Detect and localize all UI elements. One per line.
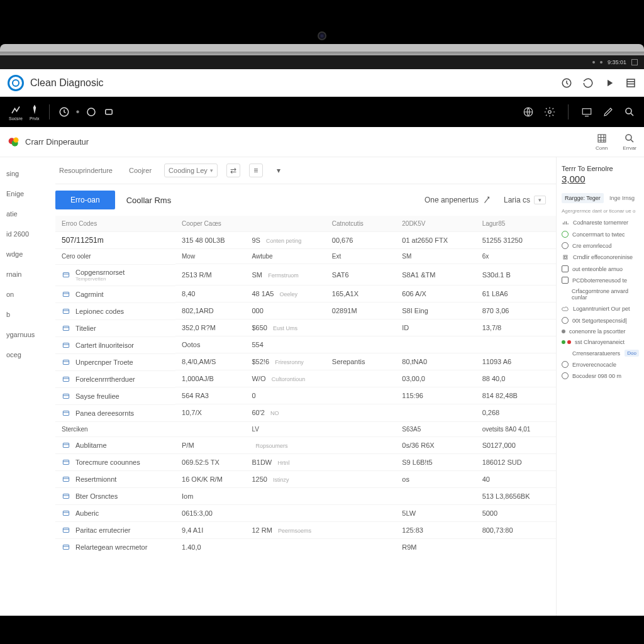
sidebar-item[interactable]: wdge [4, 249, 40, 259]
search-tool[interactable]: Errvar [623, 133, 636, 151]
svg-rect-20 [63, 377, 69, 381]
globe-icon[interactable] [523, 106, 534, 118]
device-icon[interactable] [103, 106, 114, 118]
tab-3[interactable]: Cooding Ley [164, 164, 218, 177]
detail-panel: Terrr To Eernolre 3,000 Rargge: Teger In… [556, 157, 644, 616]
table-row[interactable]: Bter OrsnctesIom513 L3,8656BK [55, 487, 556, 504]
rp-item[interactable]: conenonre la pscortter [562, 328, 639, 335]
sidebar-item[interactable]: on [4, 289, 40, 299]
grid-tool[interactable]: Conn [596, 133, 608, 151]
filter-range[interactable]: Laria cs▾ [504, 196, 546, 204]
svg-rect-30 [564, 255, 567, 259]
rp-item[interactable]: Erroverecnocacle [562, 361, 639, 368]
list-icon[interactable]: ≡ [249, 164, 263, 177]
sidebar-item[interactable]: sing [4, 169, 40, 179]
play-icon[interactable] [604, 77, 615, 89]
rp-item[interactable]: out enteonble arnuo [562, 265, 639, 272]
table-row[interactable]: Resertmionnt16 OK/K R/M1250 Istinzyos40 [55, 470, 556, 487]
tab-1[interactable]: Resouprinderture [55, 164, 116, 177]
table-row[interactable]: Auberic0615:3,005LW5000 [55, 504, 556, 521]
rp-item[interactable]: PCDboterreneusod te [562, 277, 639, 284]
table-row[interactable]: Lepionec codes802,1ARD00002891MS8I Eing8… [55, 303, 556, 319]
col-6[interactable]: Lagur85 [476, 216, 556, 232]
sidebar-item[interactable]: atie [4, 209, 40, 219]
table-row[interactable]: Titelier352,0 R?M$650 Eust UmsID13,7/8 [55, 319, 556, 336]
module-logo-icon [8, 136, 20, 148]
sidebar-item[interactable]: b [4, 309, 40, 319]
search-icon[interactable] [624, 106, 635, 118]
sidebar-item[interactable]: Enige [4, 189, 40, 199]
filter-bar: Erro-oan Coollar Rms One anpenertus Lari… [55, 184, 556, 216]
table-row[interactable]: Sayse freuliee564 RA30115:96814 82,48B [55, 387, 556, 404]
sidebar-item[interactable]: oceg [4, 350, 40, 360]
tb-pin[interactable]: Prvix [29, 104, 40, 121]
svg-rect-27 [63, 511, 69, 516]
tab-2[interactable]: Coojrer [125, 164, 155, 177]
system-status-bar: 9:35:01 [0, 55, 644, 69]
chevron-down-icon[interactable]: ▾ [272, 164, 286, 177]
sync-icon[interactable] [561, 77, 572, 89]
rp-item[interactable]: Concerrmart to twtec [562, 231, 639, 238]
col-3 [245, 216, 325, 232]
rp-item[interactable]: 00t Setgortespecnsid| [562, 317, 639, 324]
svg-rect-31 [565, 257, 567, 258]
table-row[interactable]: Forelcenrrrtherduer1,000AJ/BW/O Cultoron… [55, 370, 556, 387]
pen-icon[interactable] [602, 106, 614, 118]
svg-rect-25 [63, 477, 69, 482]
rp-item[interactable]: Cre erronrlecod [562, 242, 639, 249]
active-filter-chip[interactable]: Erro-oan [55, 191, 115, 209]
svg-rect-26 [63, 494, 69, 499]
table-row[interactable]: Relartegean wrecmetor1.40,0R9M [55, 538, 556, 555]
monitor-icon[interactable] [581, 106, 592, 118]
sub-header-row: Cero oolerMowAwtubeExtSM6x [55, 249, 556, 264]
rp-item[interactable]: Crndlir effeconoreninise [562, 253, 639, 261]
rp-item[interactable]: sst Clnaroyenaneict [562, 339, 639, 345]
svg-rect-29 [63, 545, 69, 550]
col-1[interactable]: Erroo Codes [55, 216, 175, 232]
svg-point-13 [626, 135, 631, 140]
gear-icon[interactable] [544, 106, 555, 118]
swap-icon[interactable]: ⇄ [226, 164, 240, 177]
table-row[interactable]: Cagrmint8,4048 1A5 Oeeley165,A1X606 A/X6… [55, 286, 556, 303]
svg-rect-14 [63, 273, 69, 277]
menu-icon[interactable] [625, 77, 636, 89]
svg-point-8 [626, 108, 631, 114]
svg-rect-17 [63, 326, 69, 330]
svg-rect-12 [598, 135, 606, 142]
table-row[interactable]: AublitarneP/M Ropsoumers0s/36 R6XS0127,0… [55, 436, 556, 453]
rp-item[interactable]: Codnareste tornemrer [562, 219, 639, 226]
table-row[interactable]: Torecmure coounnes069.52:5 TXB1DW HrtnlS… [55, 453, 556, 470]
svg-rect-16 [63, 309, 69, 313]
refresh-icon[interactable] [582, 77, 594, 89]
rp-title: Terrr To Eernolre [562, 165, 639, 172]
rp-tab-1[interactable]: Rargge: Teger [562, 193, 604, 203]
rp-item[interactable]: Crfacgorntrone anvard cunlar [562, 288, 639, 301]
circle-icon[interactable] [86, 106, 97, 118]
col-4[interactable]: Catnotcutis [326, 216, 396, 232]
rp-item[interactable]: Bocodesr 098 00 m [562, 372, 639, 379]
clock-icon[interactable] [58, 106, 70, 118]
rp-tab-2[interactable]: Inge Irnsg [606, 193, 638, 203]
rp-item[interactable]: Loganntruniert Our pet [562, 305, 639, 313]
table-row[interactable]: CopgensrnorsetTempervetten2513 R/MSM Fer… [55, 264, 556, 286]
sidebar-item[interactable]: id 2600 [4, 229, 40, 239]
rp-item[interactable]: CrrenseraratuerersDoo [562, 350, 639, 357]
table-row[interactable]: Paritac errutecrier9,4 A1I12 RM Peermsoe… [55, 521, 556, 538]
main-toolbar: Socsre Prvix • [0, 97, 644, 127]
svg-rect-19 [63, 360, 69, 364]
column-label: Coollar Rms [126, 196, 172, 205]
filter-sort[interactable]: One anpenertus [425, 196, 491, 204]
table-row[interactable]: Cartert ilnuoriteisorOotos554 [55, 336, 556, 353]
tb-gauge[interactable]: Socsre [9, 104, 23, 121]
svg-point-3 [87, 108, 95, 116]
svg-rect-21 [63, 394, 69, 398]
table-row[interactable]: Panea dereesornts10,7/X60'2 NO0,268 [55, 404, 556, 422]
col-2[interactable]: Cooper Caœs [175, 216, 245, 232]
rp-subtitle: Agergrermce dant or ticonar ue o [562, 208, 639, 214]
svg-rect-22 [63, 411, 69, 415]
col-5[interactable]: 20DK5V [396, 216, 475, 232]
table-row[interactable]: Unpercnper Troete8,4/0,AM/S$52!6 Friresr… [55, 353, 556, 370]
sidebar-item[interactable]: ygarnuus [4, 330, 40, 340]
view-tabs: Resouprinderture Coojrer Cooding Ley ⇄ ≡… [55, 157, 556, 184]
sidebar-item[interactable]: rnain [4, 269, 40, 279]
